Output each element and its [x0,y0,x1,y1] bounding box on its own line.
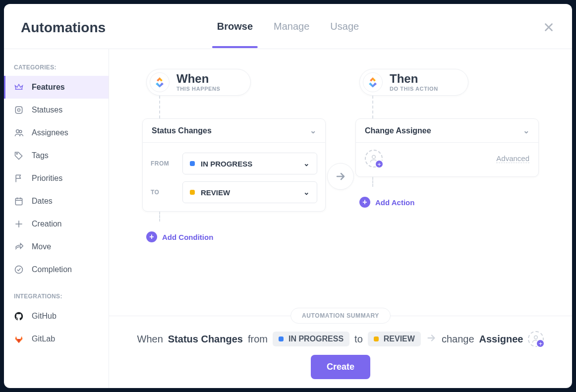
sidebar-item-label: GitLab [32,335,55,343]
tab-usage[interactable]: Usage [330,21,359,48]
sidebar-item-label: Completion [32,265,72,274]
tab-browse[interactable]: Browse [217,21,253,48]
to-status-value: REVIEW [201,188,230,197]
sidebar-item-label: Statuses [32,106,62,114]
plus-icon: + [359,197,370,208]
when-header: When THIS HAPPENS [146,69,251,96]
action-card: Change Assignee ⌄ + Advanced [355,118,539,177]
svg-point-6 [15,266,23,274]
action-label: Change Assignee [365,126,431,135]
share-icon [14,242,24,252]
sidebar-item-gitlab[interactable]: GitLab [4,328,109,350]
trigger-select[interactable]: Status Changes ⌄ [143,119,325,142]
tag-icon [14,151,24,161]
create-button[interactable]: Create [311,355,370,379]
arrow-right-icon [426,333,437,346]
flag-icon [14,173,24,183]
svg-rect-1 [18,109,20,112]
status-icon [14,105,24,115]
chevron-down-icon: ⌄ [310,126,316,135]
when-subtitle: THIS HAPPENS [176,86,221,92]
github-icon [14,311,24,321]
modal-body: CATEGORIES: Features Statuses Assignees … [4,49,572,388]
from-status-select[interactable]: IN PROGRESS ⌄ [182,153,317,174]
page-title: Automations [21,20,106,36]
sidebar-item-assignees[interactable]: Assignees [4,121,109,144]
then-header: Then DO THIS ACTION [359,69,468,96]
plus-icon: + [146,231,157,242]
arrow-right-icon [335,170,346,182]
flow-arrow [327,163,354,190]
connector-line [159,96,160,118]
tab-manage[interactable]: Manage [274,21,309,48]
connector-line [159,212,160,222]
close-button[interactable] [542,21,555,36]
plus-badge-icon: + [375,160,384,168]
plus-outline-icon [14,219,24,229]
sidebar-item-label: Assignees [32,128,68,137]
when-column: When THIS HAPPENS Status Changes ⌄ FROM [142,69,326,306]
sidebar-item-dates[interactable]: Dates [4,190,109,213]
sidebar-item-label: GitHub [32,312,57,321]
clickup-logo-icon [150,72,170,92]
trigger-card: Status Changes ⌄ FROM IN PROGRESS [142,118,326,212]
sidebar-item-github[interactable]: GitHub [4,305,109,328]
trigger-label: Status Changes [152,126,212,135]
chevron-down-icon: ⌄ [303,159,310,168]
summary-to-chip: REVIEW [368,332,421,346]
gitlab-icon [14,334,24,344]
connector-line [372,96,373,118]
then-subtitle: DO THIS ACTION [390,86,438,92]
svg-rect-0 [15,107,22,113]
sidebar-item-priorities[interactable]: Priorities [4,167,109,190]
sidebar-item-completion[interactable]: Completion [4,258,109,281]
summary-badge: AUTOMATION SUMMARY [290,308,391,324]
connector-line [372,177,373,187]
sidebar-item-label: Move [32,242,51,251]
sidebar-item-label: Creation [32,220,61,228]
status-color-dot [190,161,195,166]
sidebar-item-statuses[interactable]: Statuses [4,99,109,121]
then-column: Then DO THIS ACTION Change Assignee ⌄ [355,69,539,306]
assignee-picker[interactable]: + [365,150,383,168]
sidebar-section-categories: CATEGORIES: [4,61,109,76]
add-condition-button[interactable]: + Add Condition [146,231,213,242]
sidebar-item-label: Priorities [32,174,62,183]
chevron-down-icon: ⌄ [523,126,529,135]
sidebar-item-tags[interactable]: Tags [4,144,109,167]
add-action-button[interactable]: + Add Action [359,197,414,208]
status-color-dot [190,190,195,195]
automations-modal: Automations Browse Manage Usage CATEGORI… [4,4,572,388]
svg-point-3 [19,130,22,133]
sidebar-item-features[interactable]: Features [4,76,109,99]
calendar-icon [14,196,24,206]
main-tabs: Browse Manage Usage [217,21,359,48]
summary-assignee-picker[interactable]: + [528,331,544,347]
svg-point-8 [534,336,538,339]
plus-badge-icon: + [536,339,545,348]
when-title: When [176,73,221,85]
sidebar-item-creation[interactable]: Creation [4,213,109,235]
to-label: TO [151,189,175,196]
chevron-down-icon: ⌄ [303,188,310,197]
advanced-link[interactable]: Advanced [496,154,529,163]
svg-point-4 [16,153,17,154]
sidebar-item-label: Dates [32,197,53,206]
svg-rect-5 [15,198,22,205]
automation-builder: When THIS HAPPENS Status Changes ⌄ FROM [109,49,572,316]
crown-icon [14,82,24,92]
sidebar-item-label: Tags [32,151,49,160]
svg-point-2 [16,130,19,133]
close-icon [542,21,555,34]
from-label: FROM [151,160,175,167]
svg-point-7 [372,155,376,159]
action-select[interactable]: Change Assignee ⌄ [356,119,538,142]
main-panel: When THIS HAPPENS Status Changes ⌄ FROM [109,49,572,388]
summary-footer: AUTOMATION SUMMARY When Status Changes f… [109,316,572,388]
sidebar-section-integrations: INTEGRATIONS: [4,290,109,305]
then-title: Then [390,73,438,85]
to-status-select[interactable]: REVIEW ⌄ [182,181,317,203]
summary-sentence: When Status Changes from IN PROGRESS to … [124,331,557,347]
sidebar: CATEGORIES: Features Statuses Assignees … [4,49,109,388]
sidebar-item-move[interactable]: Move [4,235,109,258]
